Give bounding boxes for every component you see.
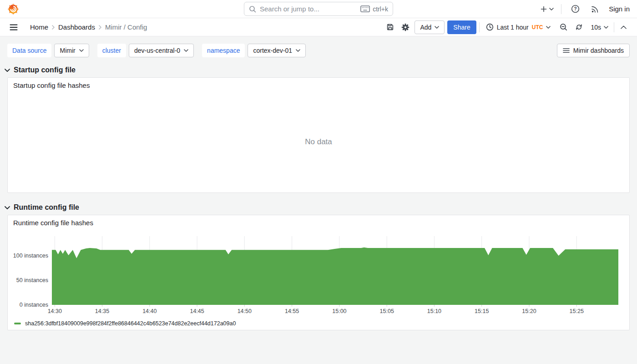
svg-text:15:00: 15:00: [332, 308, 346, 314]
row-runtime-config-file[interactable]: Runtime config file: [0, 199, 637, 215]
dashboard-toolbar: Home Dashboards Mimir / Config: [0, 18, 637, 36]
gear-icon: [401, 23, 410, 31]
svg-text:14:45: 14:45: [190, 308, 204, 314]
no-data-message: No data: [8, 91, 629, 192]
variable-cluster-picker[interactable]: dev-us-central-0: [129, 44, 194, 57]
search-input[interactable]: [260, 5, 357, 13]
zoom-out-time-button[interactable]: [557, 20, 570, 35]
legend-label: sha256:3dfbf18409009e998f284f2ffe8684644…: [25, 320, 236, 327]
variable-namespace-value: cortex-dev-01: [253, 47, 292, 54]
legend-swatch: [14, 323, 21, 324]
refresh-interval-picker[interactable]: 10s: [588, 20, 611, 34]
variable-datasource-value: Mimir: [60, 47, 75, 54]
svg-text:14:50: 14:50: [238, 308, 252, 314]
breadcrumb-home[interactable]: Home: [30, 23, 48, 31]
list-icon: [563, 48, 570, 53]
runtime-config-chart[interactable]: 14:3014:3514:4014:4514:5014:5515:0015:05…: [8, 215, 629, 317]
variable-datasource-picker[interactable]: Mimir: [54, 44, 89, 57]
variable-cluster: cluster dev-us-central-0: [97, 44, 194, 57]
caret-down-icon: [546, 26, 551, 29]
svg-text:15:05: 15:05: [380, 308, 394, 314]
svg-text:0 instances: 0 instances: [20, 302, 48, 308]
breadcrumb-dashboards[interactable]: Dashboards: [58, 23, 95, 31]
svg-text:?: ?: [574, 6, 576, 11]
breadcrumb-current: Mimir / Config: [105, 23, 147, 31]
mimir-dashboards-button[interactable]: Mimir dashboards: [557, 44, 630, 57]
save-icon: [386, 23, 394, 31]
section-title: Runtime config file: [14, 203, 79, 212]
row-startup-config-file[interactable]: Startup config file: [0, 62, 637, 77]
refresh-icon: [575, 23, 583, 31]
help-button[interactable]: ?: [569, 2, 581, 16]
panel-runtime-config-hashes: Runtime config file hashes 14:3014:3514:…: [7, 215, 630, 330]
caret-down-icon: [435, 26, 439, 29]
shortcut-label: ctrl+k: [373, 5, 388, 13]
news-button[interactable]: [589, 2, 602, 16]
section-chevron-icon: [5, 69, 10, 72]
divider: [614, 22, 614, 32]
svg-text:50 instances: 50 instances: [16, 277, 48, 283]
variable-namespace-picker[interactable]: cortex-dev-01: [248, 44, 306, 57]
svg-text:14:55: 14:55: [285, 308, 299, 314]
variable-namespace: namespace cortex-dev-01: [202, 44, 306, 57]
caret-down-icon: [549, 8, 554, 10]
plus-icon: [540, 5, 547, 13]
time-range-picker[interactable]: Last 1 hour UTC: [482, 20, 555, 34]
legend-item[interactable]: sha256:3dfbf18409009e998f284f2ffe8684644…: [14, 320, 236, 327]
save-dashboard-button[interactable]: [384, 20, 396, 35]
variable-datasource-label: Data source: [7, 44, 51, 57]
refresh-button[interactable]: [572, 20, 585, 35]
panel-title[interactable]: Runtime config file hashes: [8, 215, 99, 230]
share-button[interactable]: Share: [447, 20, 476, 34]
caret-down-icon: [184, 49, 188, 52]
caret-down-icon: [79, 49, 84, 52]
svg-text:14:35: 14:35: [95, 308, 109, 314]
rss-icon: [591, 5, 599, 13]
collapse-toolbar-button[interactable]: [617, 20, 630, 35]
svg-text:15:20: 15:20: [522, 308, 536, 314]
chevron-right-icon: [52, 25, 55, 30]
section-title: Startup config file: [14, 66, 76, 74]
menu-icon: [10, 24, 18, 30]
help-icon: ?: [571, 5, 580, 13]
refresh-interval-label: 10s: [591, 24, 601, 31]
svg-text:15:15: 15:15: [475, 308, 489, 314]
breadcrumb: Home Dashboards Mimir / Config: [30, 23, 147, 31]
time-range-label: Last 1 hour: [497, 24, 529, 31]
variable-cluster-label: cluster: [97, 44, 126, 57]
mega-menu-button[interactable]: [7, 20, 20, 35]
svg-text:100 instances: 100 instances: [13, 253, 48, 259]
search-shortcut: ctrl+k: [360, 5, 388, 13]
panel-title[interactable]: Startup config file hashes: [8, 78, 95, 93]
grafana-logo[interactable]: [7, 3, 19, 15]
clock-icon: [486, 23, 494, 31]
section-chevron-icon: [5, 206, 10, 209]
svg-text:15:25: 15:25: [570, 308, 584, 314]
panel-startup-config-hashes: Startup config file hashes No data: [7, 77, 630, 193]
zoom-out-icon: [560, 23, 567, 31]
timezone-label: UTC: [532, 24, 543, 30]
sign-in-button[interactable]: Sign in: [609, 5, 630, 13]
new-button[interactable]: [540, 2, 554, 16]
divider: [479, 22, 480, 32]
variable-cluster-value: dev-us-central-0: [134, 47, 180, 54]
caret-down-icon: [604, 26, 608, 29]
caret-down-icon: [296, 49, 300, 52]
svg-text:14:30: 14:30: [48, 308, 62, 314]
variable-datasource: Data source Mimir: [7, 44, 89, 57]
chevron-right-icon: [99, 25, 101, 30]
keyboard-icon: [360, 5, 370, 12]
dashboard-settings-button[interactable]: [399, 20, 412, 35]
mimir-dashboards-label: Mimir dashboards: [573, 47, 624, 54]
search-icon: [249, 5, 256, 13]
divider: [561, 4, 561, 14]
dashboard-controls: Data source Mimir cluster dev-us-central…: [0, 36, 637, 62]
grafana-logo-icon: [7, 3, 19, 15]
chevron-up-icon: [621, 25, 627, 29]
global-search[interactable]: ctrl+k: [244, 2, 393, 16]
variable-namespace-label: namespace: [202, 44, 245, 57]
top-nav: ctrl+k ? Sign in: [0, 0, 637, 18]
add-button[interactable]: Add: [415, 20, 445, 34]
add-label: Add: [420, 24, 431, 31]
svg-text:14:40: 14:40: [142, 308, 157, 314]
